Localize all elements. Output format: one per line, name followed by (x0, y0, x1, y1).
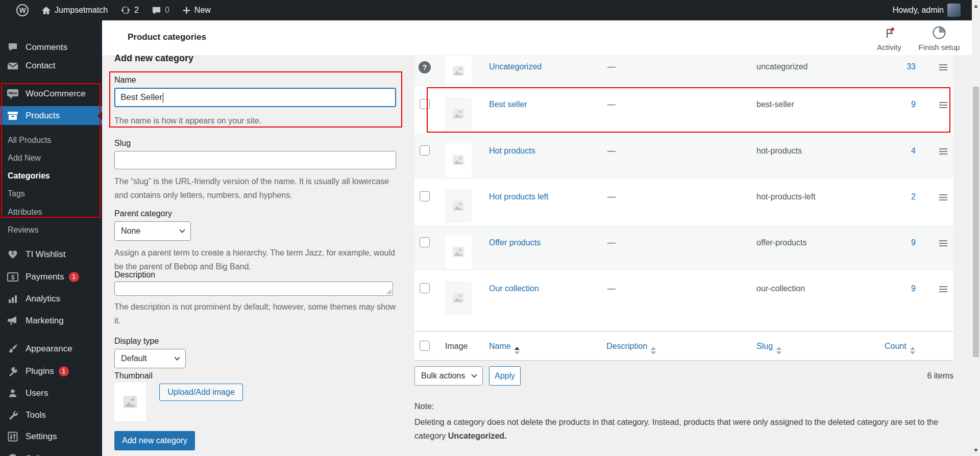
row-menu-icon[interactable] (939, 148, 947, 155)
row-thumbnail (445, 143, 472, 177)
site-menu[interactable]: Jumpsetmatch (37, 0, 112, 20)
row-menu-icon[interactable] (939, 286, 947, 292)
sidebar-item-all-products[interactable]: All Products (0, 132, 102, 148)
page-title: Product categories (128, 32, 206, 42)
apply-button[interactable]: Apply (489, 366, 521, 386)
help-question-icon[interactable]: ? (419, 61, 431, 73)
scroll-up-icon[interactable] (974, 5, 978, 8)
paintbrush-icon (7, 343, 19, 355)
finish-setup-pie-icon[interactable] (932, 26, 946, 40)
sidebar-item-payments[interactable]: $ Payments 1 (0, 267, 102, 286)
sidebar-item-marketing[interactable]: Marketing (0, 311, 102, 330)
row-menu-icon[interactable] (939, 194, 947, 200)
comments-menu[interactable]: 0 (148, 0, 174, 20)
new-label: New (194, 6, 211, 15)
megaphone-icon (7, 315, 19, 327)
comment-bubble-icon (152, 6, 161, 15)
row-description: — (607, 192, 616, 201)
description-help: The description is not prominent by defa… (114, 300, 401, 327)
sidebar-item-ti-wishlist[interactable]: TI TI Wishlist (0, 245, 102, 264)
row-menu-icon[interactable] (939, 64, 947, 70)
scrollbar-thumb[interactable] (973, 87, 979, 357)
name-input[interactable]: Best Seller (114, 88, 396, 107)
upload-add-image-button[interactable]: Upload/Add image (159, 384, 243, 401)
parent-help: Assign a parent term to create a hierarc… (114, 246, 401, 273)
svg-text:$: $ (11, 273, 15, 281)
row-slug: best-seller (756, 100, 794, 109)
row-count-link[interactable]: 9 (859, 238, 916, 247)
sidebar-item-comments[interactable]: Comments (0, 38, 102, 57)
updates-menu[interactable]: 2 (116, 0, 143, 20)
admin-bar: W Jumpsetmatch 2 0 New Howdy, admin (0, 0, 972, 20)
row-count-link[interactable]: 9 (859, 284, 916, 293)
updates-icon (120, 5, 131, 15)
add-new-category-button[interactable]: Add new category (114, 431, 195, 450)
sidebar-item-appearance[interactable]: Appearance (0, 339, 102, 358)
column-name-sort[interactable]: Name (489, 342, 520, 354)
activity-button[interactable]: Activity (869, 43, 910, 52)
sidebar-item-contact[interactable]: Contact (0, 56, 102, 75)
howdy-text: Howdy, admin (893, 6, 944, 15)
bulk-actions-select[interactable]: Bulk actions (414, 366, 483, 386)
sidebar-item-attributes[interactable]: Attributes (0, 204, 102, 220)
resize-handle[interactable] (386, 289, 391, 294)
row-count-link[interactable]: 4 (859, 146, 916, 156)
sidebar-item-analytics[interactable]: Analytics (0, 289, 102, 308)
sort-arrows-icon (776, 347, 781, 354)
finish-setup-button[interactable]: Finish setup (914, 43, 965, 52)
category-name-link[interactable]: Offer products (489, 238, 541, 247)
row-menu-icon[interactable] (939, 240, 947, 246)
image-placeholder-icon (122, 394, 138, 410)
form-heading: Add new category (114, 53, 193, 64)
sidebar-item-settings[interactable]: Settings (0, 427, 102, 446)
scroll-down-icon[interactable] (974, 449, 978, 452)
row-slug: hot-products-left (756, 192, 816, 201)
table-row: Hot products — hot-products 4 (414, 133, 953, 179)
row-checkbox[interactable] (420, 145, 430, 156)
category-name-link[interactable]: Hot products (489, 146, 535, 156)
parent-category-select[interactable]: None (114, 221, 191, 241)
row-checkbox[interactable] (420, 237, 430, 247)
row-count-link[interactable]: 33 (859, 62, 916, 71)
row-thumbnail (445, 281, 472, 315)
wordpress-logo-icon[interactable]: W (12, 0, 33, 20)
sidebar-item-woocommerce[interactable]: Woo WooCommerce (0, 84, 102, 103)
sidebar-item-users[interactable]: Users (0, 384, 102, 402)
name-help: The name is how it appears on your site. (114, 114, 261, 128)
sidebar-item-tools[interactable]: Tools (0, 406, 102, 424)
row-checkbox[interactable] (420, 191, 430, 201)
row-thumbnail (445, 189, 472, 223)
row-checkbox[interactable] (420, 99, 430, 109)
category-name-link[interactable]: Hot products left (489, 192, 549, 201)
row-description: — (607, 284, 616, 293)
scrollbar[interactable] (972, 0, 980, 456)
sidebar-item-tags[interactable]: Tags (0, 186, 102, 201)
row-menu-icon[interactable] (939, 102, 947, 108)
sidebar-item-categories[interactable]: Categories (0, 168, 102, 184)
row-description: — (607, 238, 616, 247)
sidebar-item-collapse-menu[interactable]: Collapse menu (0, 449, 102, 456)
sidebar-item-reviews[interactable]: Reviews (0, 222, 102, 238)
column-description-sort[interactable]: Description (606, 342, 656, 354)
row-thumbnail (445, 56, 472, 86)
row-count-link[interactable]: 2 (859, 192, 916, 201)
row-checkbox[interactable] (420, 283, 430, 293)
sidebar-item-add-new[interactable]: Add New (0, 150, 102, 166)
new-menu[interactable]: New (178, 0, 215, 20)
column-count-sort[interactable]: Count (885, 342, 915, 354)
column-slug-sort[interactable]: Slug (756, 342, 781, 354)
home-icon (41, 6, 51, 15)
display-type-select[interactable]: Default (114, 349, 186, 368)
select-all-checkbox[interactable] (420, 341, 430, 351)
plug-icon (7, 365, 19, 377)
sidebar-item-plugins[interactable]: Plugins 1 (0, 362, 102, 381)
category-name-link[interactable]: Uncategorized (489, 62, 542, 71)
category-name-link[interactable]: Our collection (489, 284, 539, 293)
howdy-menu[interactable]: Howdy, admin (889, 0, 965, 20)
activity-flag-icon[interactable] (883, 27, 896, 40)
category-name-link[interactable]: Best seller (489, 100, 527, 109)
description-textarea[interactable] (114, 282, 393, 296)
slug-input[interactable] (114, 151, 396, 169)
row-count-link[interactable]: 9 (859, 100, 916, 109)
sidebar-item-products[interactable]: Products (0, 106, 102, 125)
